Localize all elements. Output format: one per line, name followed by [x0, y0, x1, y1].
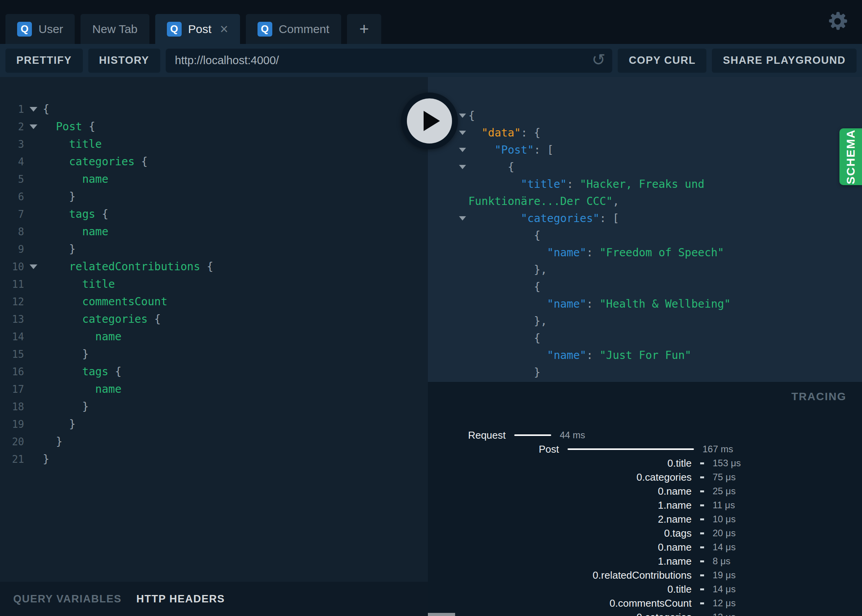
trace-span-row: Post167 ms: [428, 442, 862, 456]
line-number: 8: [0, 226, 24, 238]
trace-duration: 19 μs: [713, 570, 736, 581]
query-code-text: name: [43, 225, 109, 238]
new-tab-button[interactable]: +: [347, 14, 382, 44]
trace-duration: 14 μs: [713, 542, 736, 553]
line-number: 18: [0, 401, 24, 413]
tracing-panel: TRACING Request44 msPost167 ms0.title153…: [428, 382, 862, 616]
fold-toggle[interactable]: [457, 216, 468, 220]
response-line: "name": "Health & Wellbeing": [428, 295, 862, 312]
response-line: {: [428, 278, 862, 295]
tab-post[interactable]: QPost×: [155, 14, 240, 44]
query-code-text: title: [43, 138, 102, 150]
response-code-text: "name": "Health & Wellbeing": [468, 298, 731, 310]
trace-field-row: 0.tags20 μs: [428, 526, 862, 540]
response-line: {: [428, 227, 862, 244]
schema-tab-label: SCHEMA: [844, 129, 857, 184]
bottom-tabs: QUERY VARIABLES HTTP HEADERS: [0, 582, 428, 616]
response-line: },: [428, 261, 862, 278]
tab-bar: QUserNew TabQPost×QComment +: [0, 0, 862, 44]
query-code-text: name: [43, 173, 109, 186]
response-line: {: [428, 107, 862, 124]
response-viewer: { "data": { "Post": [ { "title": "Hacker…: [428, 77, 862, 382]
query-line: 8 name: [0, 223, 428, 240]
plus-icon: +: [359, 20, 369, 38]
response-code-text: "data": {: [468, 126, 540, 139]
fold-toggle[interactable]: [457, 114, 468, 118]
line-number: 3: [0, 138, 24, 150]
trace-tick: [700, 490, 704, 492]
query-code-text: {: [43, 103, 49, 116]
query-line: 6 }: [0, 188, 428, 205]
query-code-text: }: [43, 243, 75, 256]
query-code-text: relatedContributions {: [43, 260, 213, 273]
trace-tick: [700, 546, 704, 548]
query-line: 3 title: [0, 135, 428, 153]
response-code-text: "categories": [: [468, 212, 619, 225]
trace-label: 0.name: [428, 485, 692, 497]
trace-label: 0.tags: [428, 527, 692, 539]
tab-new-tab[interactable]: New Tab: [81, 14, 149, 44]
query-code-text: categories {: [43, 313, 161, 326]
tab-comment[interactable]: QComment: [246, 14, 341, 44]
trace-field-row: 0.name25 μs: [428, 484, 862, 498]
response-line: {: [428, 158, 862, 175]
line-number: 17: [0, 383, 24, 395]
horizontal-scrollbar[interactable]: [428, 613, 455, 616]
trace-label: 0.title: [428, 457, 692, 469]
fold-toggle[interactable]: [457, 131, 468, 135]
close-icon[interactable]: ×: [220, 22, 228, 36]
query-code-text: Post {: [43, 120, 95, 133]
history-button[interactable]: HISTORY: [88, 49, 160, 73]
prettify-button[interactable]: PRETTIFY: [5, 49, 83, 73]
tracing-title: TRACING: [791, 390, 846, 403]
tab-user[interactable]: QUser: [5, 14, 75, 44]
execute-query-button[interactable]: [401, 93, 458, 149]
query-code-text: }: [43, 348, 89, 360]
line-number: 16: [0, 366, 24, 378]
query-line: 20 }: [0, 433, 428, 450]
fold-toggle[interactable]: [24, 107, 43, 112]
query-code-text: tags {: [43, 365, 121, 378]
query-line: 16 tags {: [0, 363, 428, 380]
response-code-text: "Post": [: [468, 144, 554, 156]
fold-toggle[interactable]: [457, 148, 468, 152]
chevron-down-icon: [30, 124, 37, 129]
share-playground-button[interactable]: SHARE PLAYGROUND: [712, 49, 857, 73]
trace-label: Request: [428, 429, 506, 441]
tracing-rows: Request44 msPost167 ms0.title153 μs0.cat…: [428, 428, 862, 616]
endpoint-url-input[interactable]: [166, 54, 613, 67]
query-line: 14 name: [0, 328, 428, 345]
line-number: 10: [0, 261, 24, 273]
line-number: 5: [0, 173, 24, 185]
trace-field-row: 0.title153 μs: [428, 456, 862, 470]
chevron-down-icon: [459, 131, 466, 135]
chevron-down-icon: [459, 148, 466, 152]
query-editor[interactable]: 1{2 Post {3 title4 categories {5 name6 }…: [0, 77, 428, 582]
copy-curl-button[interactable]: COPY CURL: [618, 49, 706, 73]
line-number: 1: [0, 103, 24, 115]
query-code-text: categories {: [43, 155, 148, 168]
query-line: 15 }: [0, 345, 428, 363]
response-line: "title": "Hacker, Freaks und: [428, 175, 862, 192]
http-headers-tab[interactable]: HTTP HEADERS: [137, 593, 225, 605]
settings-button[interactable]: [826, 10, 849, 33]
response-line: Funktionäre...Der CCC",: [428, 192, 862, 210]
schema-tab-button[interactable]: SCHEMA: [839, 128, 862, 185]
fold-toggle[interactable]: [457, 165, 468, 169]
query-line: 9 }: [0, 240, 428, 258]
tab-label: Post: [188, 23, 212, 36]
fold-toggle[interactable]: [24, 124, 43, 129]
refresh-icon[interactable]: ↺: [592, 50, 605, 69]
fold-toggle[interactable]: [24, 264, 43, 269]
response-code-text: },: [468, 263, 547, 276]
trace-tick: [700, 588, 704, 590]
trace-field-row: 0.categories13 μs: [428, 610, 862, 616]
query-variables-tab[interactable]: QUERY VARIABLES: [13, 593, 122, 605]
trace-field-row: 1.name8 μs: [428, 554, 862, 568]
query-code-text: }: [43, 418, 75, 430]
trace-field-row: 0.name14 μs: [428, 540, 862, 554]
trace-duration: 14 μs: [713, 584, 736, 595]
trace-duration: 75 μs: [713, 472, 736, 483]
response-code-text: {: [468, 280, 540, 293]
query-code-text: }: [43, 190, 75, 203]
